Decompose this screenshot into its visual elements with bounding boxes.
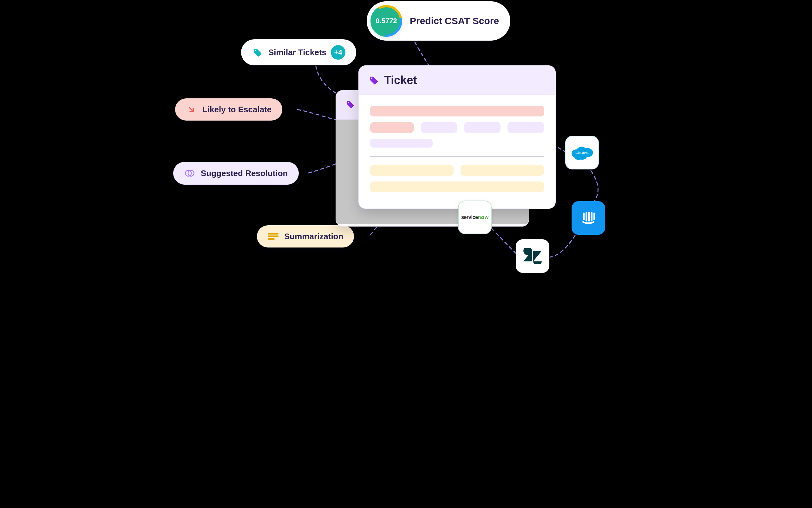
salesforce-logo-icon: salesforce <box>569 143 596 162</box>
salesforce-tile: salesforce <box>565 136 599 169</box>
placeholder-bar <box>370 181 544 192</box>
placeholder-bar <box>370 105 544 117</box>
zendesk-logo-icon <box>522 248 543 264</box>
summarization-pill: Summarization <box>257 225 354 248</box>
zendesk-tile <box>516 239 549 273</box>
similar-tickets-badge: +4 <box>331 45 346 60</box>
placeholder-bar <box>370 165 454 176</box>
escalate-label: Likely to Escalate <box>202 105 272 115</box>
overlap-circles-icon <box>184 168 195 179</box>
servicenow-logo-icon: servicenw <box>461 214 489 220</box>
placeholder-bar <box>460 165 544 176</box>
arrow-down-right-icon <box>186 104 197 115</box>
servicenow-tile: servicenw <box>458 201 492 234</box>
escalate-pill: Likely to Escalate <box>175 98 282 121</box>
divider <box>370 157 544 157</box>
diagram-stage: .d{stroke:var(--dash);stroke-width:3;str… <box>168 0 644 292</box>
placeholder-bar <box>464 122 500 133</box>
tag-icon <box>368 75 379 86</box>
placeholder-bar <box>370 122 414 133</box>
intercom-tile <box>572 201 605 235</box>
ticket-title: Ticket <box>384 74 417 87</box>
placeholder-bar <box>421 122 457 133</box>
csat-score: 0.5772 <box>370 5 402 37</box>
predict-csat-pill: 0.5772 Predict CSAT Score <box>367 1 510 41</box>
ticket-body <box>359 95 555 205</box>
csat-gauge-icon: 0.5772 <box>370 5 402 37</box>
suggested-resolution-pill: Suggested Resolution <box>173 162 299 185</box>
svg-text:salesforce: salesforce <box>575 151 589 155</box>
tag-icon <box>346 100 356 111</box>
suggested-resolution-label: Suggested Resolution <box>201 168 288 178</box>
tag-icon <box>252 47 263 58</box>
summarization-label: Summarization <box>284 231 343 242</box>
placeholder-bar <box>370 139 433 147</box>
csat-label: Predict CSAT Score <box>410 15 499 26</box>
summary-lines-icon <box>268 231 278 242</box>
placeholder-bar <box>507 122 544 133</box>
similar-tickets-label: Similar Tickets <box>268 48 326 57</box>
similar-tickets-pill: Similar Tickets +4 <box>241 39 356 66</box>
ticket-card-front: Ticket <box>358 66 556 209</box>
intercom-logo-icon <box>578 208 599 228</box>
